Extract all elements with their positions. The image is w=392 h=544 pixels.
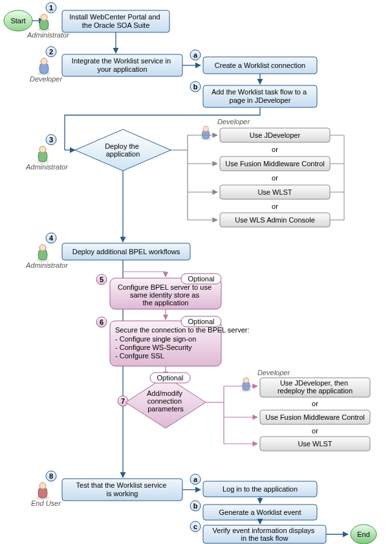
svg-text:End User: End User: [31, 499, 61, 507]
svg-text:Use JDeveloper: Use JDeveloper: [250, 131, 301, 139]
developer-icon: [241, 378, 251, 392]
svg-text:Add/modify
      connection
  : Add/modify connection parameters: [147, 389, 184, 413]
svg-text:b: b: [193, 83, 198, 91]
svg-text:or: or: [312, 400, 318, 408]
step-8a: Log in to the application: [223, 485, 298, 493]
svg-text:7: 7: [121, 397, 125, 405]
start-label: Start: [10, 17, 25, 25]
end-node: End: [351, 525, 376, 544]
svg-text:6: 6: [100, 318, 103, 326]
role-developer: Developer: [30, 75, 63, 83]
end-user-icon: [36, 483, 49, 500]
svg-text:Install WebCenter Portal and
 : Install WebCenter Portal and the Oracle …: [69, 13, 162, 29]
svg-text:1: 1: [49, 4, 53, 12]
administrator-icon: [36, 245, 49, 262]
svg-text:5: 5: [100, 276, 103, 283]
svg-text:or: or: [272, 146, 278, 153]
svg-text:or: or: [312, 427, 318, 435]
svg-text:Administrator: Administrator: [25, 261, 69, 269]
svg-text:End: End: [357, 530, 370, 538]
svg-text:b: b: [193, 502, 198, 510]
svg-text:Use Fusion Middleware Control: Use Fusion Middleware Control: [225, 160, 324, 168]
svg-text:Developer: Developer: [257, 369, 290, 376]
svg-text:Administrator: Administrator: [25, 163, 69, 171]
administrator-icon: [36, 146, 49, 164]
svg-text:2: 2: [49, 48, 53, 56]
step-4-box: Deploy additional BPEL workflows: [62, 243, 190, 260]
administrator-icon: [38, 14, 50, 32]
svg-text:a: a: [193, 51, 198, 59]
svg-text:c: c: [193, 523, 197, 530]
svg-text:or: or: [272, 174, 278, 182]
step-2a-box: Create a Worklist connection: [203, 57, 317, 74]
svg-text:Use WLST: Use WLST: [298, 440, 332, 448]
svg-text:Deploy the
      application: Deploy the application: [105, 142, 141, 158]
start-node: Start: [4, 10, 32, 31]
step-3-options: Use JDeveloper or Use Fusion Middleware …: [188, 128, 344, 227]
svg-text:4: 4: [49, 234, 54, 242]
step-8b: Generate a Worklist event: [219, 508, 301, 516]
svg-text:3: 3: [49, 136, 53, 144]
svg-text:Use WLST: Use WLST: [257, 188, 292, 196]
developer-icon: [201, 126, 211, 140]
svg-text:Deploy additional BPEL workflo: Deploy additional BPEL workflows: [72, 248, 180, 256]
svg-text:or: or: [272, 202, 278, 210]
svg-text:Developer: Developer: [217, 118, 250, 125]
svg-text:8: 8: [49, 472, 53, 480]
svg-text:Use Fusion Middleware Control: Use Fusion Middleware Control: [265, 413, 364, 421]
svg-text:Optional: Optional: [157, 374, 184, 382]
svg-text:Use JDeveloper, then
      red: Use JDeveloper, then redeploy the applic…: [278, 379, 353, 395]
svg-text:Optional: Optional: [188, 275, 215, 283]
svg-text:a: a: [193, 475, 198, 483]
step-6-box: Optional Secure the connection to the BP…: [110, 316, 252, 366]
developer-icon: [38, 58, 50, 76]
svg-text:Optional: Optional: [188, 318, 215, 325]
worklist-setup-flowchart: Start 1 Administrator Install WebCenter …: [0, 0, 392, 544]
svg-text:Use WLS Admin Console: Use WLS Admin Console: [235, 216, 315, 224]
svg-text:Create a Worklist connection: Create a Worklist connection: [215, 61, 305, 69]
